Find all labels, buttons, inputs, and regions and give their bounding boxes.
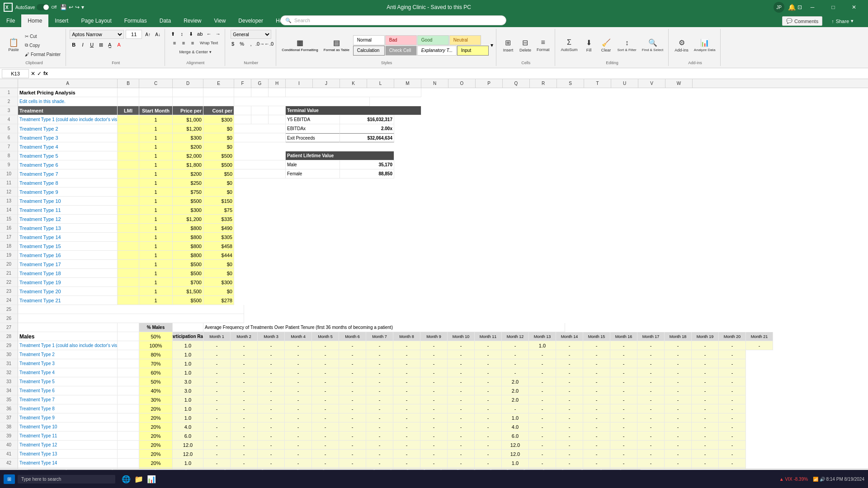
share-button[interactable]: ↑ Share ▾ xyxy=(826,16,859,26)
cell-m20-33[interactable]: - xyxy=(692,377,719,386)
cell-m2-42[interactable]: - xyxy=(203,459,231,468)
cell-j29[interactable]: - xyxy=(339,341,366,350)
cell-a19[interactable]: Treatment Type 16 xyxy=(18,251,118,260)
cell-d19[interactable]: $800 xyxy=(173,251,203,260)
cell-c3[interactable]: Start Month xyxy=(139,106,173,115)
cell-m16-32[interactable]: - xyxy=(583,368,610,377)
cell-d15[interactable]: $1,200 xyxy=(173,215,203,224)
cell-r28[interactable]: Month 14 xyxy=(556,332,583,341)
cell-m8-43[interactable]: - xyxy=(366,468,393,469)
confirm-icon[interactable]: ✓ xyxy=(37,70,42,77)
cell-m7-39[interactable]: - xyxy=(339,432,366,441)
cell-a25[interactable] xyxy=(18,305,244,314)
cell-b39[interactable] xyxy=(118,432,139,441)
cell-m19-37[interactable]: - xyxy=(665,413,692,422)
cell-b41[interactable] xyxy=(118,450,139,459)
cell-m19-42[interactable]: - xyxy=(665,459,692,468)
cell-c35[interactable]: 30% xyxy=(139,395,173,404)
cell-g1[interactable] xyxy=(251,88,269,97)
cell-m7-34[interactable]: - xyxy=(339,386,366,395)
cell-l28[interactable]: Month 8 xyxy=(393,332,420,341)
cell-m17-36[interactable]: - xyxy=(610,404,637,413)
cell-d33[interactable]: 3.0 xyxy=(173,377,203,386)
cell-m18-32[interactable]: - xyxy=(637,368,665,377)
close-button[interactable]: ✕ xyxy=(844,0,864,14)
cell-m16-37[interactable]: - xyxy=(583,413,610,422)
cell-c38[interactable]: 20% xyxy=(139,422,173,432)
cell-c22[interactable]: 1 xyxy=(139,278,173,287)
cell-m6-31[interactable]: - xyxy=(312,359,339,368)
cell-b10[interactable] xyxy=(118,169,139,178)
align-right-icon[interactable]: ≡ xyxy=(189,39,197,47)
cell-d10[interactable]: $200 xyxy=(173,169,203,178)
cell-m11-39[interactable]: - xyxy=(448,432,475,441)
cell-x28[interactable]: Month 20 xyxy=(719,332,746,341)
cell-h1[interactable] xyxy=(269,88,286,97)
cell-m3-32[interactable]: - xyxy=(231,368,258,377)
cell-m6-37[interactable]: - xyxy=(312,413,339,422)
number-format-select[interactable]: General Number Currency Accounting Short… xyxy=(231,30,271,39)
cell-m3-43[interactable]: - xyxy=(231,468,258,469)
cell-e8[interactable]: $500 xyxy=(203,151,234,160)
cell-e16[interactable]: $490 xyxy=(203,224,234,233)
cell-a38[interactable]: Treatment Type 10 xyxy=(18,422,118,432)
cell-f29[interactable]: - xyxy=(231,341,258,350)
sort-filter-button[interactable]: ↕ Sort & Filter xyxy=(615,32,639,59)
underline-button[interactable]: U xyxy=(88,41,96,49)
cell-m10-40[interactable]: - xyxy=(420,441,448,450)
cell-a2[interactable]: Edit cells in this shade. xyxy=(18,97,118,106)
cell-c16[interactable]: 1 xyxy=(139,224,173,233)
cell-m2-36[interactable]: - xyxy=(203,404,231,413)
cell-b6[interactable] xyxy=(118,133,139,142)
cell-a28-males[interactable]: Males xyxy=(18,332,118,341)
cell-d36[interactable]: 1.0 xyxy=(173,404,203,413)
col-e[interactable]: E xyxy=(203,79,234,88)
cell-a27[interactable] xyxy=(18,323,118,332)
fill-button[interactable]: ⬇ Fill xyxy=(581,32,597,59)
addins-button[interactable]: ⚙ Add-ins xyxy=(672,32,691,59)
cell-m8-39[interactable]: - xyxy=(366,432,393,441)
cell-m2-33[interactable]: - xyxy=(203,377,231,386)
col-c[interactable]: C xyxy=(139,79,173,88)
col-l[interactable]: L xyxy=(367,79,394,88)
cell-m14-43[interactable]: - xyxy=(529,468,556,469)
cell-m10-42[interactable]: - xyxy=(420,459,448,468)
cell-e10[interactable]: $50 xyxy=(203,169,234,178)
cell-m6-33[interactable]: - xyxy=(312,377,339,386)
cell-m6-40[interactable]: - xyxy=(312,441,339,450)
cell-m11-38[interactable]: - xyxy=(448,422,475,432)
cell-a13[interactable]: Treatment Type 10 xyxy=(18,197,118,206)
col-h[interactable]: H xyxy=(269,79,286,88)
cell-m21-34[interactable]: - xyxy=(719,386,746,395)
cell-m4-30[interactable]: - xyxy=(258,350,285,359)
cell-m15-41[interactable]: - xyxy=(556,450,583,459)
cell-m12-42[interactable]: - xyxy=(475,459,502,468)
cell-i3[interactable]: Terminal Value xyxy=(286,106,421,115)
increase-font-icon[interactable]: A↑ xyxy=(144,30,152,38)
style-check-cell[interactable]: Check Cell xyxy=(385,46,417,56)
cell-m10-35[interactable]: - xyxy=(420,395,448,404)
cell-m11-34[interactable]: - xyxy=(448,386,475,395)
style-neutral[interactable]: Neutral xyxy=(449,35,481,45)
cell-m11-43[interactable]: - xyxy=(448,468,475,469)
cell-i10[interactable]: Female xyxy=(286,169,340,178)
cell-a34[interactable]: Treatment Type 6 xyxy=(18,386,118,395)
cell-m20-39[interactable]: - xyxy=(692,432,719,441)
cell-c5[interactable]: 1 xyxy=(139,124,173,133)
cell-b12[interactable] xyxy=(118,188,139,197)
autosave-toggle[interactable]: AutoSave Off xyxy=(15,4,57,10)
cell-s29[interactable]: - xyxy=(583,341,610,350)
cell-d11[interactable]: $250 xyxy=(173,178,203,188)
cell-e2[interactable] xyxy=(203,97,234,106)
cell-e17[interactable]: $305 xyxy=(203,233,234,242)
cell-d38[interactable]: 4.0 xyxy=(173,422,203,432)
cell-m3-42[interactable]: - xyxy=(231,459,258,468)
cell-m15-40[interactable]: - xyxy=(556,441,583,450)
tab-page-layout[interactable]: Page Layout xyxy=(75,14,118,27)
cell-d22[interactable]: $700 xyxy=(173,278,203,287)
indent-decrease-icon[interactable]: ← xyxy=(205,30,213,38)
style-explanatory[interactable]: Explanatory T... xyxy=(417,46,457,56)
cell-a30[interactable]: Treatment Type 2 xyxy=(18,350,118,359)
cell-m2-41[interactable]: - xyxy=(203,450,231,459)
cell-a21[interactable]: Treatment Type 18 xyxy=(18,269,118,278)
